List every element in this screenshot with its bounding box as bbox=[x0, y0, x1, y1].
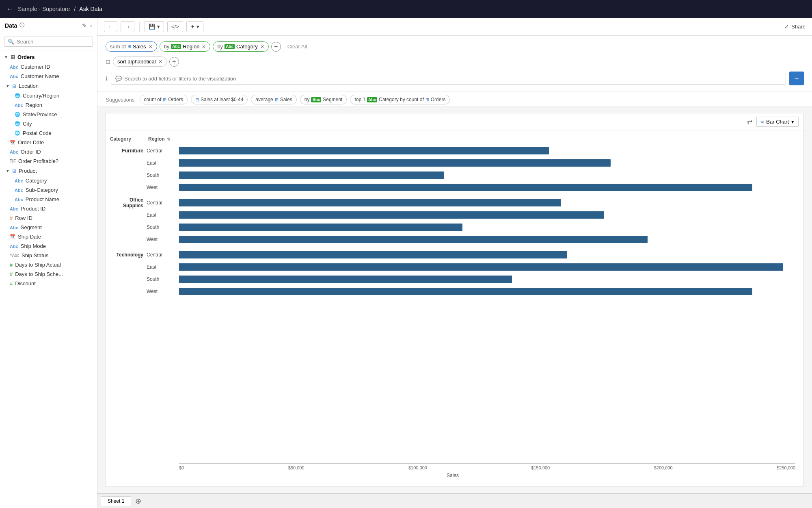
collapse-icon[interactable]: ‹ bbox=[90, 22, 92, 29]
sheet-tabs: Sheet 1 ⊕ bbox=[97, 493, 812, 508]
x-axis-tick: $0 bbox=[179, 465, 184, 470]
field-order-id[interactable]: Abc Order ID bbox=[0, 147, 97, 156]
main-layout: Data ⓘ ✎ ‹ 🔍 ▼ ⊞ Orders Abc bbox=[0, 18, 812, 508]
back-arrow[interactable]: ← bbox=[6, 5, 14, 13]
pill-add-button[interactable]: + bbox=[271, 42, 281, 52]
viz-search-input[interactable] bbox=[124, 76, 782, 82]
field-customer-name[interactable]: Abc Customer Name bbox=[0, 72, 97, 81]
filter-sort-close[interactable]: ✕ bbox=[158, 59, 162, 65]
field-product-id[interactable]: Abc Product ID bbox=[0, 204, 97, 213]
abc-icon: Abc bbox=[15, 178, 23, 183]
field-days-ship-actual[interactable]: # Days to Ship Actual bbox=[0, 260, 97, 269]
search-input-wrap: 🔍 bbox=[4, 37, 93, 47]
suggestion-chip-sales-min[interactable]: ⊞ Sales at least $0.44 bbox=[191, 95, 248, 104]
search-box-container: 🔍 bbox=[0, 33, 97, 50]
pill-sales-close[interactable]: ✕ bbox=[149, 44, 153, 50]
field-days-ship-actual-label: Days to Ship Actual bbox=[15, 262, 61, 268]
field-customer-name-label: Customer Name bbox=[21, 73, 59, 79]
pill-category-close[interactable]: ✕ bbox=[260, 44, 264, 50]
field-region[interactable]: Abc Region bbox=[0, 100, 97, 110]
filter-row: ⊟ sort alphabetical ✕ + bbox=[106, 56, 804, 67]
field-product-name-label: Product Name bbox=[26, 196, 59, 202]
x-axis-title: Sales bbox=[110, 470, 795, 478]
viz-search-go-button[interactable]: → bbox=[789, 72, 804, 85]
field-subcategory[interactable]: Abc Sub-Category bbox=[0, 185, 97, 195]
pill-sales-label: Sales bbox=[133, 43, 146, 50]
toolbar: ← → 💾 ▾ </> ✦ ▾ ⤢ Share bbox=[97, 18, 812, 36]
bar-row bbox=[179, 286, 795, 297]
bar-chart-icon: ≡ bbox=[761, 119, 764, 125]
sheet-tab-1[interactable]: Sheet 1 bbox=[101, 496, 131, 506]
sidebar-actions: ✎ ‹ bbox=[82, 22, 92, 29]
sort-icon[interactable]: ⇅ bbox=[167, 137, 170, 141]
field-ship-status-label: Ship Status bbox=[22, 252, 49, 258]
subgroup-expand-icon: ▼ bbox=[6, 169, 10, 173]
subgroup-location[interactable]: ▼ ⊞ Location bbox=[0, 81, 97, 91]
field-days-ship-sched[interactable]: # Days to Ship Sche... bbox=[0, 269, 97, 279]
field-order-profitable[interactable]: T|F Order Profitable? bbox=[0, 156, 97, 166]
field-ship-status[interactable]: =Abc Ship Status bbox=[0, 251, 97, 260]
x-axis: $0$50,000$100,000$150,000$200,000$250,00… bbox=[179, 463, 795, 470]
field-ship-date[interactable]: 📅 Ship Date bbox=[0, 232, 97, 241]
info-icon[interactable]: ⓘ bbox=[19, 22, 24, 29]
breadcrumb-main[interactable]: Sample - Superstore bbox=[18, 6, 70, 12]
field-postal-label: Postal Code bbox=[23, 130, 52, 136]
field-order-profitable-label: Order Profitable? bbox=[18, 158, 58, 164]
pill-sum-label: sum of bbox=[110, 43, 126, 50]
x-axis-tick: $100,000 bbox=[408, 465, 427, 470]
edit-icon[interactable]: ✎ bbox=[82, 22, 87, 29]
subgroup-product[interactable]: ▼ ⊞ Product bbox=[0, 166, 97, 176]
pin-dropdown-icon: ▾ bbox=[197, 24, 199, 30]
filter-add-button[interactable]: + bbox=[169, 57, 179, 67]
pill-region-close[interactable]: ✕ bbox=[202, 44, 206, 50]
toolbar-divider bbox=[139, 22, 140, 32]
sheet-tab-1-label: Sheet 1 bbox=[108, 498, 124, 504]
field-state-province[interactable]: 🌐 State/Province bbox=[0, 110, 97, 119]
field-ship-mode[interactable]: Abc Ship Mode bbox=[0, 241, 97, 251]
suggestion-chip-top1-category[interactable]: top 1 Abc Category by count of ⊞ Orders bbox=[350, 95, 450, 104]
chart-grid: Furniture Central East South West bbox=[110, 145, 795, 463]
field-order-date[interactable]: 📅 Order Date bbox=[0, 138, 97, 147]
field-row-id[interactable]: # Row ID bbox=[0, 213, 97, 223]
chart-type-select[interactable]: ≡ Bar Chart ▾ bbox=[756, 117, 799, 127]
search-viz-row: ℹ 💬 → bbox=[106, 72, 804, 85]
field-customer-id[interactable]: Abc Customer ID bbox=[0, 62, 97, 72]
field-segment[interactable]: Abc Segment bbox=[0, 223, 97, 232]
field-postal-code[interactable]: 🌐 Postal Code bbox=[0, 128, 97, 138]
field-product-name[interactable]: Abc Product Name bbox=[0, 195, 97, 204]
field-ship-mode-label: Ship Mode bbox=[21, 243, 46, 249]
group-orders-label: Orders bbox=[17, 54, 35, 60]
field-state-label: State/Province bbox=[23, 111, 57, 117]
abc-icon: Abc bbox=[10, 206, 18, 211]
save-button[interactable]: 💾 ▾ bbox=[145, 21, 164, 32]
clear-all-button[interactable]: Clear All bbox=[287, 43, 307, 50]
suggestion-chip-avg-sales[interactable]: average ⊞ Sales bbox=[251, 95, 296, 104]
chart-swap-icon[interactable]: ⇄ bbox=[747, 118, 752, 126]
content-area: ← → 💾 ▾ </> ✦ ▾ ⤢ Share bbox=[97, 18, 812, 508]
add-sheet-button[interactable]: ⊕ bbox=[133, 496, 144, 506]
chart-type-label: Bar Chart bbox=[766, 119, 789, 125]
pin-button[interactable]: ✦ ▾ bbox=[186, 21, 203, 32]
suggestion-measure-icon: ⊞ bbox=[163, 97, 166, 102]
suggestion-chip-by-segment[interactable]: by Abc Segment bbox=[300, 95, 347, 104]
field-city[interactable]: 🌐 City bbox=[0, 119, 97, 128]
share-button[interactable]: ⤢ Share bbox=[784, 24, 806, 30]
suggestion-measure-icon2: ⊞ bbox=[195, 97, 199, 102]
topbar: ← Sample - Superstore / Ask Data bbox=[0, 0, 812, 18]
pill-by1-label: by bbox=[164, 43, 170, 50]
embed-button[interactable]: </> bbox=[167, 21, 183, 32]
search-input[interactable] bbox=[17, 39, 89, 45]
group-orders[interactable]: ▼ ⊞ Orders bbox=[0, 52, 97, 62]
field-discount[interactable]: # Discount bbox=[0, 279, 97, 288]
sidebar-content: ▼ ⊞ Orders Abc Customer ID Abc Customer … bbox=[0, 50, 97, 508]
suggestion-dim-icon: Abc bbox=[311, 97, 321, 102]
subgroup-product-label: Product bbox=[19, 168, 37, 174]
hash-icon-green2: # bbox=[10, 271, 13, 277]
forward-button[interactable]: → bbox=[121, 21, 134, 32]
suggestion-chip-count-orders[interactable]: count of ⊞ Orders bbox=[140, 95, 188, 104]
subgroup-expand-icon: ▼ bbox=[6, 84, 10, 88]
globe-icon: 🌐 bbox=[15, 121, 20, 126]
field-category[interactable]: Abc Category bbox=[0, 176, 97, 185]
back-button[interactable]: ← bbox=[104, 21, 117, 32]
field-country-region[interactable]: 🌐 Country/Region bbox=[0, 91, 97, 100]
